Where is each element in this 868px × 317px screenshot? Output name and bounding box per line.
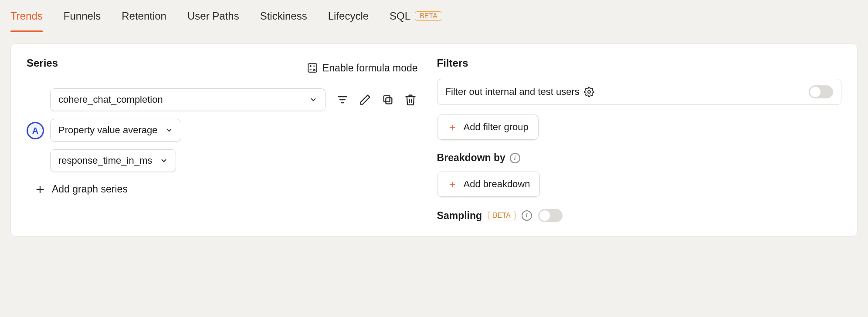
tab-label: User Paths — [187, 10, 239, 22]
filter-icon — [336, 94, 349, 106]
svg-rect-0 — [308, 64, 317, 72]
plus-icon: ＋ — [447, 177, 458, 191]
series-delete-button[interactable] — [403, 92, 418, 107]
add-breakdown-button[interactable]: ＋ Add breakdown — [437, 172, 540, 197]
internal-users-filter-toggle[interactable] — [809, 85, 833, 98]
add-filter-group-button[interactable]: ＋ Add filter group — [437, 115, 539, 140]
tab-funnels[interactable]: Funnels — [64, 0, 101, 32]
series-row-a: A cohere_chat_completion — [27, 88, 418, 172]
enable-formula-mode-button[interactable]: Enable formula mode — [307, 62, 418, 74]
query-config-panel: Series Enable formula mode — [10, 44, 858, 236]
internal-filter-label: Filter out internal and test users — [445, 86, 580, 98]
breakdown-title: Breakdown by — [437, 152, 505, 164]
tab-lifecycle[interactable]: Lifecycle — [328, 0, 369, 32]
sampling-title: Sampling — [437, 210, 482, 222]
add-series-label: Add graph series — [52, 183, 128, 195]
info-icon[interactable]: i — [510, 153, 520, 163]
tab-trends[interactable]: Trends — [10, 0, 43, 32]
series-event-select[interactable]: cohere_chat_completion — [50, 88, 326, 111]
series-title: Series — [27, 57, 58, 69]
series-aggregation-value: Property value average — [58, 125, 157, 136]
svg-rect-11 — [383, 96, 390, 102]
tab-label: SQL — [390, 10, 410, 22]
series-property-select[interactable]: response_time_in_ms — [50, 149, 176, 172]
svg-rect-10 — [386, 98, 392, 104]
add-breakdown-label: Add breakdown — [464, 179, 530, 190]
series-letter-badge: A — [27, 122, 44, 139]
tab-label: Trends — [10, 10, 43, 22]
chevron-down-icon — [160, 157, 168, 165]
filters-title: Filters — [437, 57, 841, 69]
plus-icon — [35, 185, 45, 194]
chevron-down-icon — [309, 96, 317, 104]
pencil-icon — [359, 94, 371, 106]
tab-stickiness[interactable]: Stickiness — [260, 0, 307, 32]
tab-label: Stickiness — [260, 10, 307, 22]
sampling-toggle[interactable] — [538, 209, 563, 222]
info-icon[interactable]: i — [522, 210, 532, 221]
series-property-value: response_time_in_ms — [58, 155, 152, 166]
beta-badge: BETA — [415, 11, 442, 21]
formula-icon — [307, 62, 318, 74]
series-event-value: cohere_chat_completion — [58, 94, 163, 105]
chevron-down-icon — [165, 126, 173, 134]
svg-point-14 — [588, 91, 590, 93]
copy-icon — [382, 94, 394, 106]
tab-label: Lifecycle — [328, 10, 369, 22]
formula-label: Enable formula mode — [322, 62, 418, 74]
add-graph-series-button[interactable]: Add graph series — [35, 183, 418, 195]
tab-label: Funnels — [64, 10, 101, 22]
beta-badge: BETA — [488, 211, 515, 220]
insight-type-tabs: Trends Funnels Retention User Paths Stic… — [0, 0, 868, 32]
tab-sql[interactable]: SQL BETA — [390, 0, 442, 32]
tab-label: Retention — [122, 10, 166, 22]
series-aggregation-select[interactable]: Property value average — [50, 119, 181, 142]
gear-icon[interactable] — [584, 87, 594, 97]
trash-icon — [404, 94, 417, 106]
series-rename-button[interactable] — [358, 92, 373, 107]
tab-user-paths[interactable]: User Paths — [187, 0, 239, 32]
series-duplicate-button[interactable] — [380, 92, 395, 107]
add-filter-group-label: Add filter group — [464, 121, 529, 133]
internal-users-filter-row: Filter out internal and test users — [437, 79, 841, 105]
plus-icon: ＋ — [447, 120, 458, 134]
tab-retention[interactable]: Retention — [122, 0, 166, 32]
series-filter-button[interactable] — [335, 92, 350, 107]
